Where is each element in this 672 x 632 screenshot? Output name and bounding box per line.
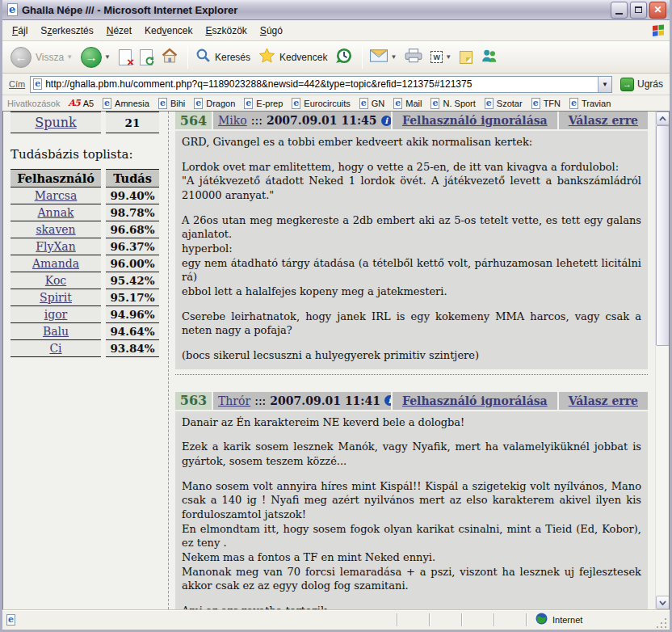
reply-link[interactable]: Válasz erre — [569, 114, 638, 127]
link-nsport[interactable]: N. Sport — [430, 98, 475, 109]
sidebar-user-link[interactable]: Spunk — [35, 115, 77, 130]
menu-tools[interactable]: Eszközök — [199, 22, 253, 40]
toplist-heading: Tudásbázis toplista: — [10, 147, 168, 162]
standard-toolbar: ← Vissza ▼ → ▼ × Keresés — [2, 41, 670, 74]
favorites-button[interactable]: Kedvencek — [255, 46, 330, 69]
refresh-button[interactable] — [136, 48, 156, 67]
edit-button[interactable]: W ▼ — [427, 49, 455, 65]
status-separator — [429, 613, 430, 626]
info-icon[interactable]: i — [381, 116, 391, 126]
search-button[interactable]: Keresés — [192, 46, 254, 68]
toplist-user-link[interactable]: Annak — [38, 206, 74, 219]
link-travian[interactable]: Travian — [569, 98, 611, 109]
back-button[interactable]: ← Vissza ▼ — [7, 45, 76, 70]
toplist-row: Marcsa99.40% — [10, 187, 168, 204]
page-content: Spunk 21 Tudásbázis toplista: Felhasznál… — [2, 112, 670, 609]
post-author-link[interactable]: Miko — [218, 114, 247, 127]
search-label: Keresés — [215, 52, 250, 63]
address-dropdown-button[interactable]: ▼ — [598, 77, 611, 92]
post-paragraph: Cserebe leirhatnatok, hogy janek IRL is … — [182, 310, 641, 338]
toplist-user-link[interactable]: skaven — [36, 223, 75, 236]
stop-icon: × — [119, 49, 132, 65]
link-dragon[interactable]: Dragon — [194, 98, 235, 109]
address-url[interactable]: http://ghalla.pbm.hu/comment.php?q=11890… — [45, 78, 598, 90]
messenger-button[interactable] — [477, 47, 502, 68]
toplist-user-link[interactable]: Balu — [43, 325, 69, 338]
menu-bar: Fájl Szerkesztés Nézet Kedvencek Eszközö… — [2, 20, 670, 41]
reply-link[interactable]: Válasz erre — [569, 394, 638, 407]
link-tfn[interactable]: TFN — [531, 98, 561, 109]
status-page-icon — [6, 614, 15, 626]
address-bar: Cím http://ghalla.pbm.hu/comment.php?q=1… — [2, 74, 670, 95]
forward-button[interactable]: → ▼ — [78, 45, 114, 70]
link-mail[interactable]: Mail — [393, 98, 422, 109]
discuss-button[interactable] — [456, 49, 476, 65]
ignore-user-link[interactable]: Felhasználó ignorálása — [402, 394, 548, 407]
close-button[interactable]: ✕ — [649, 2, 666, 19]
toolbar-separator — [362, 46, 363, 69]
link-gn[interactable]: GN — [359, 98, 385, 109]
toplist-user-link[interactable]: Amanda — [32, 257, 79, 270]
toplist-user-link[interactable]: FlyXan — [36, 240, 75, 253]
print-button[interactable] — [401, 47, 426, 68]
address-input[interactable]: http://ghalla.pbm.hu/comment.php?q=11890… — [30, 76, 612, 93]
menu-file[interactable]: Fájl — [6, 22, 34, 40]
scroll-up-button[interactable] — [656, 112, 670, 125]
post-author-link[interactable]: Thrór — [218, 394, 250, 407]
toplist-header-row: Felhasználó Tudás — [10, 169, 168, 187]
ie-favicon-icon — [569, 98, 578, 109]
resize-grip[interactable] — [657, 618, 668, 630]
home-button[interactable] — [158, 46, 182, 68]
post-author-cell: Thrór ::: 2007.09.01 11:41 i — [213, 392, 391, 410]
toplist-header-user: Felhasználó — [10, 169, 101, 187]
toplist-user-link[interactable]: Marcsa — [35, 189, 78, 202]
back-dropdown-icon: ▼ — [66, 53, 73, 61]
link-eurocircuits[interactable]: Eurocircuits — [292, 98, 350, 109]
zone-label: Internet — [552, 615, 582, 625]
status-separator — [526, 613, 527, 626]
ignore-user-link[interactable]: Felhasználó ignorálása — [402, 114, 548, 127]
ie-favicon-icon — [430, 98, 439, 109]
security-zone: Internet — [536, 613, 657, 628]
post-timestamp: 2007.09.01 11:45 — [267, 114, 377, 127]
go-label: Ugrás — [637, 78, 663, 90]
post-header: 564 Miko ::: 2007.09.01 11:45 i Felhaszn… — [175, 112, 648, 129]
toplist-user-link[interactable]: Koc — [45, 274, 66, 287]
link-bihi[interactable]: Bihi — [158, 98, 185, 109]
toplist-user-link[interactable]: igor — [44, 308, 68, 321]
link-eprep[interactable]: E-prep — [244, 98, 283, 109]
links-bar: Hivatkozások A5A5 Amnesia Bihi Dragon E-… — [2, 95, 670, 112]
ie-favicon-icon — [531, 98, 540, 109]
post-timestamp: 2007.09.01 11:41 — [270, 394, 380, 407]
minimize-button[interactable] — [611, 2, 628, 19]
go-button[interactable]: → Ugrás — [617, 77, 666, 92]
reply-cell: Válasz erre — [559, 112, 648, 129]
link-amnesia[interactable]: Amnesia — [103, 98, 149, 109]
home-icon — [161, 48, 178, 66]
stop-button[interactable]: × — [116, 48, 135, 67]
scroll-down-button[interactable] — [656, 596, 670, 609]
post-header: 563 Thrór ::: 2007.09.01 11:41 i Felhasz… — [175, 392, 648, 410]
menu-view[interactable]: Nézet — [100, 22, 138, 40]
info-icon[interactable]: i — [384, 395, 391, 406]
post-paragraph: A 26os utan meg megkereste a 2db embert … — [182, 213, 641, 299]
toplist-user-link[interactable]: Ci — [49, 342, 61, 355]
post-paragraph: Danair az Én karaktereim NE keverd bele … — [182, 415, 641, 430]
vertical-scrollbar[interactable] — [655, 112, 669, 609]
menu-help[interactable]: Súgó — [254, 22, 289, 40]
refresh-icon — [140, 49, 153, 65]
toplist-user-link[interactable]: Spirit — [40, 291, 72, 304]
menu-edit[interactable]: Szerkesztés — [34, 22, 99, 40]
maximize-button[interactable] — [630, 2, 647, 19]
windows-logo-icon — [650, 23, 666, 39]
mail-button[interactable]: ▼ — [367, 48, 400, 67]
print-icon — [405, 48, 422, 66]
scrollbar-thumb[interactable] — [656, 125, 670, 346]
history-button[interactable] — [332, 45, 356, 70]
mail-icon — [370, 49, 388, 65]
favorites-label: Kedvencek — [279, 52, 327, 63]
link-a5[interactable]: A5A5 — [68, 98, 94, 108]
menu-favorites[interactable]: Kedvencek — [138, 22, 199, 40]
browser-window: Ghalla Népe /// - Microsoft Internet Exp… — [0, 0, 672, 632]
link-szotar[interactable]: Szotar — [485, 98, 523, 109]
